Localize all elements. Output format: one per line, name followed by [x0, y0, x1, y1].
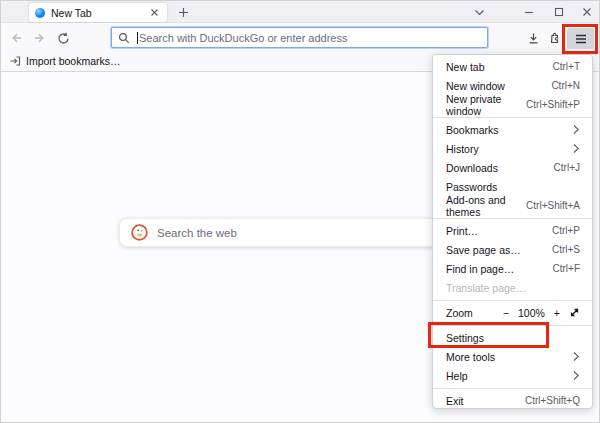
- tab-new-tab[interactable]: New Tab: [29, 3, 167, 22]
- import-bookmarks-label: Import bookmarks…: [26, 55, 121, 67]
- menu-item-new-tab[interactable]: New tabCtrl+T: [433, 57, 592, 76]
- menu-item-shortcut: Ctrl+P: [552, 225, 580, 236]
- menu-separator: [433, 388, 592, 389]
- text-caret: [137, 32, 138, 44]
- menu-separator: [433, 117, 592, 118]
- menu-item-downloads[interactable]: DownloadsCtrl+J: [433, 158, 592, 177]
- menu-item-label: Print…: [446, 225, 478, 237]
- address-bar-placeholder: Search with DuckDuckGo or enter address: [139, 32, 347, 44]
- menu-item-history[interactable]: History: [433, 139, 592, 158]
- menu-item-add-ons-and-themes[interactable]: Add-ons and themesCtrl+Shift+A: [433, 196, 592, 215]
- menu-item-label: Save page as…: [446, 244, 521, 256]
- annotation-box-settings: [428, 322, 549, 348]
- list-all-tabs-button[interactable]: [467, 1, 491, 23]
- import-bookmarks-button[interactable]: Import bookmarks…: [9, 55, 121, 67]
- menu-item-shortcut: Ctrl+Shift+Q: [525, 395, 580, 406]
- menu-item-label: Passwords: [446, 181, 497, 193]
- menu-item-exit[interactable]: ExitCtrl+Shift+Q: [433, 391, 592, 410]
- zoom-reset-button[interactable]: 100%: [518, 307, 545, 319]
- menu-item-more-tools[interactable]: More tools: [433, 347, 592, 366]
- browser-window: New Tab Search: [0, 0, 600, 423]
- menu-item-label: Downloads: [446, 162, 498, 174]
- menu-item-label: Find in page…: [446, 263, 514, 275]
- menu-item-bookmarks[interactable]: Bookmarks: [433, 120, 592, 139]
- submenu-chevron-icon: [572, 143, 580, 154]
- forward-button[interactable]: [30, 28, 50, 48]
- submenu-chevron-icon: [572, 351, 580, 362]
- tab-title: New Tab: [51, 7, 147, 19]
- tab-favicon-icon: [35, 8, 45, 18]
- menu-item-new-private-window[interactable]: New private windowCtrl+Shift+P: [433, 95, 592, 114]
- menu-item-shortcut: Ctrl+N: [551, 80, 580, 91]
- duckduckgo-icon: [131, 224, 148, 241]
- menu-item-label: New window: [446, 80, 505, 92]
- extensions-icon[interactable]: [545, 29, 563, 47]
- menu-item-label: Bookmarks: [446, 124, 499, 136]
- web-search-placeholder: Search the web: [157, 227, 237, 239]
- menu-separator: [433, 300, 592, 301]
- back-button[interactable]: [6, 28, 26, 48]
- window-minimize-button[interactable]: [517, 1, 541, 23]
- menu-item-zoom[interactable]: Zoom−100%+: [433, 303, 592, 322]
- menu-item-shortcut: Ctrl+S: [552, 244, 580, 255]
- menu-item-find-in-page[interactable]: Find in page…Ctrl+F: [433, 259, 592, 278]
- fullscreen-icon[interactable]: [569, 307, 580, 318]
- new-tab-button[interactable]: [174, 4, 192, 21]
- menu-item-help[interactable]: Help: [433, 366, 592, 385]
- menu-item-label: History: [446, 143, 479, 155]
- annotation-box-menu-button: [562, 24, 598, 54]
- zoom-in-button[interactable]: +: [554, 307, 560, 319]
- downloads-icon[interactable]: [524, 29, 542, 47]
- import-icon: [9, 55, 21, 67]
- menu-item-label: Help: [446, 370, 468, 382]
- address-bar[interactable]: Search with DuckDuckGo or enter address: [111, 27, 488, 48]
- submenu-chevron-icon: [572, 370, 580, 381]
- menu-item-label: More tools: [446, 351, 495, 363]
- menu-item-label: New tab: [446, 61, 485, 73]
- tab-close-icon[interactable]: [147, 6, 161, 20]
- menu-item-shortcut: Ctrl+J: [554, 162, 580, 173]
- zoom-controls: −100%+: [503, 307, 580, 319]
- menu-item-shortcut: Ctrl+T: [553, 61, 581, 72]
- menu-item-label: Zoom: [446, 307, 473, 319]
- menu-item-label: New private window: [446, 93, 526, 117]
- menu-item-shortcut: Ctrl+Shift+A: [526, 200, 580, 211]
- menu-item-save-page-as[interactable]: Save page as…Ctrl+S: [433, 240, 592, 259]
- menu-item-label: Add-ons and themes: [446, 194, 526, 218]
- zoom-out-button[interactable]: −: [503, 307, 509, 319]
- menu-item-print[interactable]: Print…Ctrl+P: [433, 221, 592, 240]
- menu-item-shortcut: Ctrl+Shift+P: [526, 99, 580, 110]
- reload-button[interactable]: [53, 28, 73, 48]
- tab-bar: New Tab: [1, 1, 599, 23]
- app-menu: New tabCtrl+TNew windowCtrl+NNew private…: [432, 54, 593, 409]
- menu-item-label: Translate page…: [446, 282, 526, 294]
- menu-item-shortcut: Ctrl+F: [553, 263, 581, 274]
- submenu-chevron-icon: [572, 124, 580, 135]
- menu-item-label: Exit: [446, 395, 464, 407]
- menu-item-translate-page: Translate page…: [433, 278, 592, 297]
- window-close-button[interactable]: [575, 1, 599, 23]
- search-icon: [118, 32, 130, 44]
- web-search-box[interactable]: Search the web: [119, 218, 483, 247]
- window-maximize-button[interactable]: [547, 1, 571, 23]
- menu-separator: [433, 218, 592, 219]
